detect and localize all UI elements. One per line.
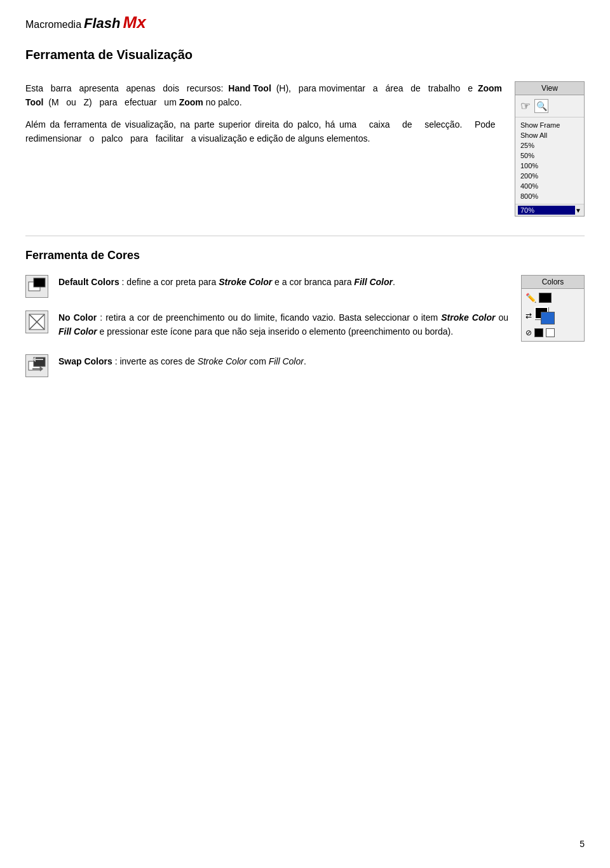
no-color-small-icon[interactable]: ⊘	[525, 328, 532, 337]
menu-show-all[interactable]: Show All	[515, 130, 584, 140]
no-color-svg	[27, 312, 46, 331]
default-colors-item: Default Colors : define a cor preta para…	[25, 275, 508, 298]
colors-section: Default Colors : define a cor preta para…	[25, 275, 585, 390]
colors-row3: ⊘	[525, 328, 580, 337]
swap-colors-item: Swap Colors : inverte as cores de Stroke…	[25, 354, 508, 377]
menu-50[interactable]: 50%	[515, 150, 584, 161]
no-color-description: No Color : retira a cor de preenchimento…	[58, 310, 508, 342]
colors-section-heading: Ferramenta de Cores	[25, 249, 585, 262]
pencil-icon: ✏️	[525, 293, 536, 303]
no-color-text: No Color : retira a cor de preenchimento…	[58, 310, 508, 339]
fill-swatch[interactable]	[541, 312, 555, 324]
zoom-current-value[interactable]: 70%	[518, 206, 575, 215]
mini-white-swatch[interactable]	[546, 328, 555, 337]
colors-content: Default Colors : define a cor preta para…	[25, 275, 508, 390]
colors-row1: ✏️	[525, 293, 580, 303]
no-color-icon	[25, 310, 48, 333]
default-colors-description: Default Colors : define a cor preta para…	[58, 275, 508, 291]
view-panel: View ☞ 🔍 Show Frame Show All 25% 50% 100…	[515, 81, 585, 217]
swap-colors-svg	[27, 356, 46, 375]
svg-rect-1	[34, 278, 45, 287]
swap-colors-description: Swap Colors : inverte as cores de Stroke…	[58, 354, 508, 371]
menu-100[interactable]: 100%	[515, 161, 584, 171]
menu-show-frame[interactable]: Show Frame	[515, 120, 584, 130]
brand-mx: Mx	[123, 13, 146, 32]
view-panel-menu: Show Frame Show All 25% 50% 100% 200% 40…	[515, 117, 584, 204]
view-panel-header: View	[515, 82, 584, 95]
colors-panel-body: ✏️ ⇄ ⊘	[522, 289, 584, 341]
page-number: 5	[580, 839, 585, 849]
swap-icon[interactable]: ⇄	[525, 311, 532, 320]
zoom-dropdown-arrow[interactable]: ▼	[575, 207, 581, 214]
view-panel-tools: ☞ 🔍	[515, 95, 584, 117]
swap-colors-icon	[25, 354, 48, 377]
menu-25[interactable]: 25%	[515, 140, 584, 150]
stroke-fill-swatches	[534, 307, 557, 324]
swap-colors-text: Swap Colors : inverte as cores de Stroke…	[58, 354, 508, 368]
visualization-section: Esta barra apresenta apenas dois recurso…	[25, 81, 585, 217]
menu-400[interactable]: 400%	[515, 181, 584, 191]
menu-200[interactable]: 200%	[515, 171, 584, 181]
mini-black-swatch[interactable]	[534, 328, 543, 337]
no-color-item: No Color : retira a cor de preenchimento…	[25, 310, 508, 342]
section-divider	[25, 236, 585, 236]
menu-800[interactable]: 800%	[515, 191, 584, 201]
default-colors-text: Default Colors : define a cor preta para…	[58, 275, 508, 289]
brand-macromedia: Macromedia	[25, 19, 81, 30]
visualization-para1: Esta barra apresenta apenas dois recurso…	[25, 81, 502, 110]
stroke-color-swatch[interactable]	[539, 293, 552, 303]
visualization-para2: Além da ferramenta de visualização, na p…	[25, 117, 502, 146]
colors-row2: ⇄	[525, 307, 580, 324]
view-panel-footer: 70% ▼	[515, 204, 584, 216]
document-header: Macromedia Flash Mx	[25, 13, 585, 32]
zoom-tool-icon[interactable]: 🔍	[534, 99, 548, 113]
brand-flash: Flash	[84, 15, 120, 32]
colors-panel-header: Colors	[522, 276, 584, 289]
hand-tool-icon[interactable]: ☞	[520, 99, 531, 113]
page-title: Ferramenta de Visualização	[25, 48, 585, 62]
visualization-text: Esta barra apresenta apenas dois recurso…	[25, 81, 502, 154]
default-colors-svg	[27, 277, 46, 296]
colors-panel: Colors ✏️ ⇄ ⊘	[521, 275, 585, 342]
default-colors-icon	[25, 275, 48, 298]
